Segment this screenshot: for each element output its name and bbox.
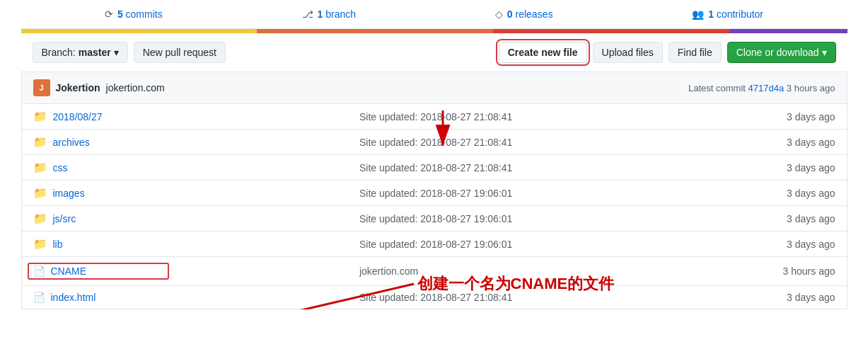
commits-link[interactable]: 5 commits xyxy=(117,8,163,20)
file-name-link[interactable]: archives xyxy=(53,137,90,148)
commit-hash: 4717d4a xyxy=(748,83,785,93)
folder-icon: 📁 xyxy=(33,186,47,200)
time-ago-cell: 3 days ago xyxy=(697,181,847,206)
username-link[interactable]: Jokertion xyxy=(56,82,100,93)
avatar: J xyxy=(33,79,50,96)
file-icon: 📄 xyxy=(33,266,45,277)
clone-or-download-button[interactable]: Clone or download ▾ xyxy=(727,42,836,63)
file-name-cell: 📁 images xyxy=(21,181,348,206)
folder-icon: 📁 xyxy=(33,161,47,174)
file-name-link[interactable]: lib xyxy=(53,239,63,250)
table-row: 📁 css Site updated: 2018-08-27 21:08:41 … xyxy=(21,155,847,181)
contributors-icon: 👥 xyxy=(692,8,704,20)
file-name-cell: 📁 lib xyxy=(21,232,348,257)
table-row: 📄 index.html Site updated: 2018-08-27 21… xyxy=(21,286,847,309)
file-name-link[interactable]: js/src xyxy=(53,213,76,224)
table-row: 📁 2018/08/27 Site updated: 2018-08-27 21… xyxy=(21,104,847,130)
branch-name: master xyxy=(79,47,111,58)
domain: jokertion.com xyxy=(106,82,165,93)
contributors-label: contributor xyxy=(717,8,763,20)
file-name-cell: 📁 css xyxy=(21,155,348,181)
latest-commit-label: Latest commit xyxy=(688,83,746,93)
clone-label: Clone or download xyxy=(736,47,819,58)
lang-seg-4 xyxy=(729,29,847,33)
file-name-cell: 📁 2018/08/27 xyxy=(21,104,348,130)
time-ago-cell: 3 hours ago xyxy=(697,257,847,286)
time-ago-cell: 3 days ago xyxy=(697,206,847,232)
file-table: 📁 2018/08/27 Site updated: 2018-08-27 21… xyxy=(21,103,847,309)
file-name-link[interactable]: 2018/08/27 xyxy=(53,111,103,122)
repo-info-right: Latest commit 4717d4a 3 hours ago xyxy=(688,83,835,93)
branches-stat[interactable]: ⎇ 1 branch xyxy=(302,8,357,20)
commit-message-cell: Site updated: 2018-08-27 21:08:41 xyxy=(348,104,698,130)
releases-count: 0 xyxy=(507,8,513,20)
releases-stat[interactable]: ◇ 0 releases xyxy=(495,8,553,20)
time-ago-cell: 3 days ago xyxy=(697,286,847,309)
releases-link[interactable]: 0 releases xyxy=(507,8,553,20)
folder-icon: 📁 xyxy=(33,212,47,225)
commits-count: 5 xyxy=(117,8,123,20)
lang-seg-1 xyxy=(21,29,257,33)
clone-dropdown-icon: ▾ xyxy=(822,47,827,58)
branch-label: branch xyxy=(325,8,356,20)
file-name-cell: 📁 js/src xyxy=(21,206,348,232)
file-name-link[interactable]: images xyxy=(53,188,85,199)
branch-dropdown-icon: ▾ xyxy=(114,47,119,58)
commit-message-cell: Site updated: 2018-08-27 21:08:41 xyxy=(348,155,698,181)
branch-selector[interactable]: Branch: master ▾ xyxy=(33,42,128,63)
releases-label: releases xyxy=(515,8,552,20)
branches-link[interactable]: 1 branch xyxy=(318,8,357,20)
file-name-link[interactable]: css xyxy=(53,162,68,173)
file-icon: 📄 xyxy=(33,292,45,303)
commit-hash-link[interactable]: 4717d4a xyxy=(748,83,787,93)
commit-message-cell: Site updated: 2018-08-27 21:08:41 xyxy=(348,286,698,309)
contributors-count: 1 xyxy=(708,8,714,20)
file-name-link[interactable]: index.html xyxy=(51,292,96,303)
table-row: 📁 js/src Site updated: 2018-08-27 19:06:… xyxy=(21,206,847,232)
commit-message-cell: Site updated: 2018-08-27 19:06:01 xyxy=(348,206,698,232)
toolbar-left: Branch: master ▾ New pull request xyxy=(33,42,226,63)
time-ago-cell: 3 days ago xyxy=(697,130,847,155)
time-ago-cell: 3 days ago xyxy=(697,232,847,257)
table-row: 📄 CNAME jokertion.com 3 hours ago xyxy=(21,257,847,286)
file-toolbar: Branch: master ▾ New pull request Create… xyxy=(21,33,847,72)
branch-count: 1 xyxy=(318,8,323,20)
commit-time: 3 hours ago xyxy=(787,83,835,93)
folder-icon: 📁 xyxy=(33,237,47,251)
commits-label: commits xyxy=(126,8,163,20)
time-ago-cell: 3 days ago xyxy=(697,155,847,181)
time-ago-cell: 3 days ago xyxy=(697,104,847,130)
file-name-link[interactable]: CNAME xyxy=(51,266,87,277)
upload-files-button[interactable]: Upload files xyxy=(593,42,663,63)
create-new-file-button[interactable]: Create new file xyxy=(499,42,587,63)
new-pull-request-button[interactable]: New pull request xyxy=(134,42,226,63)
commit-message-cell: Site updated: 2018-08-27 19:06:01 xyxy=(348,232,698,257)
commit-message-cell: Site updated: 2018-08-27 21:08:41 xyxy=(348,130,698,155)
file-name-cell: 📁 archives xyxy=(21,130,348,155)
contributors-link[interactable]: 1 contributor xyxy=(708,8,763,20)
repo-info-left: J Jokertion jokertion.com xyxy=(33,79,165,96)
stats-bar: ⟳ 5 commits ⎇ 1 branch ◇ 0 releases 👥 1 xyxy=(21,0,847,29)
branch-label: Branch: xyxy=(42,47,76,58)
file-list-container: 📁 2018/08/27 Site updated: 2018-08-27 21… xyxy=(21,103,847,309)
table-row: 📁 archives Site updated: 2018-08-27 21:0… xyxy=(21,130,847,155)
commits-stat[interactable]: ⟳ 5 commits xyxy=(105,8,163,20)
lang-seg-3 xyxy=(493,29,729,33)
branch-icon: ⎇ xyxy=(302,8,313,20)
releases-icon: ◇ xyxy=(495,8,503,20)
lang-seg-2 xyxy=(257,29,493,33)
contributors-stat[interactable]: 👥 1 contributor xyxy=(692,8,763,20)
folder-icon: 📁 xyxy=(33,135,47,149)
toolbar-right: Create new file Upload files Find file C… xyxy=(499,42,836,63)
file-name-cell: 📄 CNAME xyxy=(21,257,348,286)
language-bar xyxy=(21,29,847,33)
table-row: 📁 images Site updated: 2018-08-27 19:06:… xyxy=(21,181,847,206)
table-row: 📁 lib Site updated: 2018-08-27 19:06:01 … xyxy=(21,232,847,257)
commit-message-cell: Site updated: 2018-08-27 19:06:01 xyxy=(348,181,698,206)
repo-info-row: J Jokertion jokertion.com Latest commit … xyxy=(21,72,847,103)
find-file-button[interactable]: Find file xyxy=(669,42,722,63)
folder-icon: 📁 xyxy=(33,110,47,123)
commits-icon: ⟳ xyxy=(105,8,113,20)
username: Jokertion xyxy=(56,82,100,93)
commit-message-cell: jokertion.com xyxy=(348,257,698,286)
